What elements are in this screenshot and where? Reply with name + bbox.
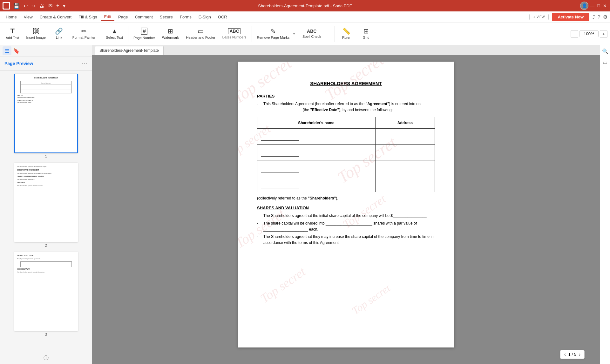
add-text-tool[interactable]: T Add Text — [3, 25, 23, 43]
watermark-tool[interactable]: ⊞ Watermark — [159, 25, 182, 43]
dash-2: - — [257, 213, 261, 219]
ruler-tool[interactable]: 📏 Ruler — [337, 25, 356, 43]
bates-numbers-tool[interactable]: ABC Bates Numbers — [219, 25, 250, 43]
table-cell-name-4 — [257, 176, 376, 192]
soda-logo — [3, 2, 10, 10]
dash-1: - — [257, 101, 261, 113]
header-footer-icon: ▭ — [198, 28, 204, 34]
save-quick-btn[interactable]: 💾 — [12, 2, 21, 10]
insert-image-label: Insert Image — [26, 36, 46, 40]
menu-comment[interactable]: Comment — [132, 13, 156, 21]
menu-view[interactable]: View — [21, 13, 36, 21]
titlebar-left: 💾 ↩ ↪ 🖨 ✉ + ▾ — [3, 2, 67, 10]
zoom-value[interactable]: 100% — [580, 30, 599, 37]
zoom-in-btn[interactable]: + — [600, 30, 607, 38]
page-navigation: ‹ 1 / 5 › — [560, 350, 585, 359]
remove-marks-arrow[interactable]: ▾ — [293, 32, 295, 36]
view-mode-btn[interactable]: ○ VIEW — [529, 14, 549, 20]
menu-page[interactable]: Page — [115, 13, 131, 21]
minimize-btn[interactable]: — — [590, 3, 595, 8]
dash-3: - — [257, 220, 261, 233]
thumbnail-frame-3: DISPUTE RESOLUTION Any dispute arising f… — [14, 252, 78, 331]
zoom-out-btn[interactable]: − — [571, 30, 578, 38]
pdf-viewport[interactable]: Top secret Top secret Top secret Top sec… — [92, 55, 600, 364]
add-quick-btn[interactable]: + — [55, 2, 60, 9]
ruler-label: Ruler — [342, 36, 350, 40]
thumbnail-page-3[interactable]: DISPUTE RESOLUTION Any dispute arising f… — [3, 252, 89, 337]
prev-page-btn[interactable]: ‹ — [563, 352, 567, 357]
page-number-icon: # — [141, 28, 147, 35]
table-row-1 — [257, 129, 435, 145]
page-number-tool[interactable]: # Page Number — [130, 25, 158, 43]
format-painter-icon: ✏ — [81, 28, 87, 34]
next-page-btn[interactable]: › — [578, 352, 582, 357]
user-avatar[interactable]: 👤 — [580, 2, 588, 10]
more-quick-btn[interactable]: ▾ — [62, 2, 67, 10]
sidebar-menu-btn[interactable]: ⋯ — [82, 60, 87, 67]
grid-tool[interactable]: ⊞ Grid — [356, 25, 376, 43]
spell-check-icon: ABC — [307, 29, 316, 33]
divider-4 — [297, 26, 297, 42]
remove-page-marks-tool[interactable]: ✎ Remove Page Marks — [254, 25, 293, 43]
menu-esign[interactable]: E-Sign — [195, 13, 214, 21]
thumb-content-2: The Shareholders agree that the initial … — [15, 163, 77, 241]
parties-heading: PARTIES — [257, 94, 435, 98]
dash-4: - — [257, 234, 261, 246]
thumbnail-page-2[interactable]: The Shareholders agree that the initial … — [3, 163, 89, 248]
thumbnail-num-2: 2 — [45, 243, 47, 248]
watermark-7: Top secret — [257, 264, 308, 306]
redo-quick-btn[interactable]: ↪ — [30, 2, 37, 10]
table-cell-address-4 — [375, 176, 435, 192]
menu-create-convert[interactable]: Create & Convert — [37, 13, 75, 21]
current-page: 1 — [568, 352, 571, 357]
share-icon[interactable]: ⤴ — [593, 14, 595, 20]
parties-intro-text: This Shareholders Agreement (hereinafter… — [263, 101, 435, 113]
spell-check-tool[interactable]: ABC Spell Check — [299, 25, 324, 43]
menu-forms[interactable]: Forms — [177, 13, 195, 21]
print-quick-btn[interactable]: 🖨 — [38, 2, 46, 9]
watermark-label: Watermark — [162, 36, 179, 40]
menu-edit[interactable]: Edit — [101, 13, 114, 21]
link-tool[interactable]: 🔗 Link — [50, 25, 69, 43]
menubar: Home View Create & Convert Fill & Sign E… — [0, 11, 610, 23]
remove-page-marks-icon: ✎ — [270, 28, 276, 34]
header-footer-tool[interactable]: ▭ Header and Footer — [183, 25, 218, 43]
main-area: ☰ 🔖 Page Preview ⋯ SHAREHOLDERS AGREEMEN… — [0, 45, 610, 364]
close-btn[interactable]: ✕ — [602, 3, 607, 8]
thumb-content-3: DISPUTE RESOLUTION Any dispute arising f… — [15, 252, 77, 330]
more-tools-btn[interactable]: ⋯ — [325, 30, 333, 38]
pdf-page: Top secret Top secret Top secret Top sec… — [238, 62, 454, 347]
shares-text-2: The share capital will be divided into _… — [263, 220, 435, 233]
menu-fill-sign[interactable]: Fill & Sign — [75, 13, 100, 21]
toolbar-right: − 100% + — [571, 30, 607, 38]
panel-right-btn[interactable]: ▭ — [601, 58, 609, 67]
search-right-btn[interactable]: 🔍 — [601, 47, 610, 56]
tab-strip: Shareholders-Agreement-Template — [92, 45, 600, 55]
thumbnail-page-1[interactable]: SHAREHOLDERS AGREEMENT Name | Address PA… — [3, 74, 89, 159]
restore-btn[interactable]: □ — [596, 3, 601, 8]
bookmarks-tab[interactable]: 🔖 — [12, 46, 21, 55]
thumbnails-tab[interactable]: ☰ — [3, 46, 11, 55]
quick-actions: 💾 ↩ ↪ 🖨 ✉ + ▾ — [12, 2, 67, 10]
format-painter-label: Format Painter — [72, 36, 96, 40]
insert-image-tool[interactable]: 🖼 Insert Image — [23, 25, 49, 43]
info-icon[interactable]: ⓘ — [44, 355, 49, 361]
table-cell-name-1 — [257, 129, 376, 145]
format-painter-tool[interactable]: ✏ Format Painter — [69, 25, 99, 43]
name-underline-3 — [261, 172, 299, 172]
select-text-tool[interactable]: ▲ Select Text — [103, 25, 126, 43]
grid-icon: ⊞ — [363, 28, 369, 34]
menu-ocr[interactable]: OCR — [215, 13, 230, 21]
email-quick-btn[interactable]: ✉ — [47, 2, 54, 10]
divider-5 — [335, 26, 335, 42]
menu-secure[interactable]: Secure — [157, 13, 176, 21]
table-cell-name-3 — [257, 160, 376, 176]
menu-home[interactable]: Home — [3, 13, 20, 21]
help-icon[interactable]: ? — [598, 14, 600, 20]
table-row-3 — [257, 160, 435, 176]
settings-icon[interactable]: ⚙ — [603, 14, 607, 20]
undo-quick-btn[interactable]: ↩ — [22, 2, 29, 10]
document-tab[interactable]: Shareholders-Agreement-Template — [95, 46, 164, 55]
shares-para-3: - The Shareholders agree that they may i… — [257, 234, 435, 246]
activate-now-btn[interactable]: Activate Now — [552, 13, 589, 21]
